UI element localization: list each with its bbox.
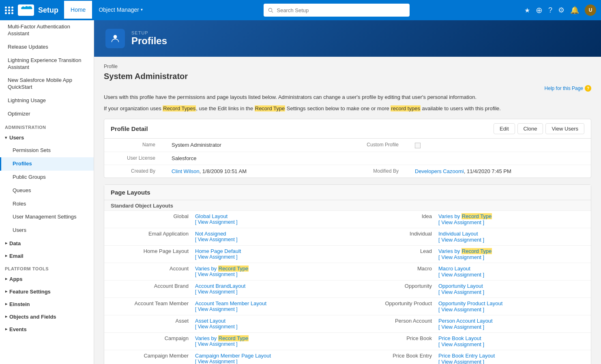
record-type-highlight-3: record types (391, 105, 421, 111)
email-view-assignment-link[interactable]: [ View Assignment ] (195, 237, 344, 242)
modified-by-link[interactable]: Developers Cazoomi (415, 168, 464, 174)
global-view-assignment-link[interactable]: [ View Assignment ] (195, 219, 344, 225)
price-book-entry-layout-link[interactable]: Price Book Entry Layout (438, 353, 588, 359)
sidebar-expand-feature-settings[interactable]: ▾ Feature Settings (0, 285, 94, 298)
layout-value-price-book-entry: Price Book Entry Layout [ View Assignmen… (435, 350, 591, 364)
app-title: Setup (38, 6, 58, 15)
notifications-icon[interactable]: 🔔 (570, 6, 579, 15)
idea-varies: Varies by Record Type (438, 213, 492, 219)
custom-profile-label: Custom Profile (354, 142, 399, 148)
layout-label-price-book-entry: Price Book Entry (348, 350, 435, 364)
tab-home[interactable]: Home (64, 1, 92, 20)
layout-value-opp-product: Opportunity Product Layout [ View Assign… (435, 298, 591, 315)
campaign-member-view-assignment-link[interactable]: [ View Assignment ] (195, 359, 344, 364)
sidebar-roles-label: Roles (13, 201, 26, 208)
sidebar-item-profiles[interactable]: Profiles (0, 157, 94, 171)
asset-view-assignment-link[interactable]: [ View Assignment ] (195, 324, 344, 330)
app-launcher-icon[interactable] (5, 6, 14, 14)
sidebar-expand-apps[interactable]: ▾ Apps (0, 273, 94, 285)
person-account-layout-link[interactable]: Person Account Layout (438, 318, 588, 324)
sidebar-item-mfa[interactable]: Multi-Factor Authentication Assistant (0, 20, 94, 41)
edit-button[interactable]: Edit (494, 123, 515, 134)
asset-layout-link[interactable]: Asset Layout (195, 318, 344, 324)
favorites-icon[interactable]: ★ (524, 6, 530, 14)
opportunity-view-assignment-link[interactable]: [ View Assignment ] (438, 289, 588, 295)
sidebar-expand-objects-fields[interactable]: ▾ Objects and Fields (0, 310, 94, 323)
main-tab-bar: Home Object Manager ▾ (64, 1, 149, 20)
price-book-layout-link[interactable]: Price Book Layout (438, 335, 588, 341)
page-layouts-card: Page Layouts Standard Object Layouts Glo… (104, 184, 591, 364)
price-book-entry-view-assignment-link[interactable]: [ View Assignment ] (438, 359, 588, 364)
account-view-assignment-link[interactable]: [ View Assignment ] (195, 272, 344, 277)
price-book-view-assignment-link[interactable]: [ View Assignment ] (438, 341, 588, 347)
view-users-button[interactable]: View Users (545, 123, 584, 134)
account-team-view-assignment-link[interactable]: [ View Assignment ] (195, 306, 344, 312)
sidebar-expand-einstein[interactable]: ▾ Einstein (0, 298, 94, 310)
lead-view-assignment-link[interactable]: [ View Assignment ] (438, 254, 588, 260)
individual-layout-link[interactable]: Individual Layout (438, 231, 588, 237)
detail-cell-empty (348, 152, 591, 165)
campaign-view-assignment-link[interactable]: [ View Assignment ] (195, 341, 344, 347)
sidebar-item-users[interactable]: Users (0, 224, 94, 237)
person-account-view-assignment-link[interactable]: [ View Assignment ] (438, 324, 588, 330)
sidebar-expand-events[interactable]: ▾ Events (0, 323, 94, 336)
sidebar-email-label: Email (9, 253, 24, 259)
sidebar-data-label: Data (9, 240, 21, 246)
macro-view-assignment-link[interactable]: [ View Assignment ] (438, 272, 588, 278)
profile-description-1: Users with this profile have the permiss… (104, 93, 591, 101)
opp-product-layout-link[interactable]: Opportunity Product Layout (438, 300, 588, 306)
account-brand-view-assignment-link[interactable]: [ View Assignment ] (195, 289, 344, 295)
opp-product-view-assignment-link[interactable]: [ View Assignment ] (438, 306, 588, 313)
search-input[interactable] (264, 4, 410, 17)
sidebar-item-public-groups[interactable]: Public Groups (0, 171, 94, 184)
opportunity-layout-link[interactable]: Opportunity Layout (438, 283, 588, 289)
layout-value-campaign-member: Campaign Member Page Layout [ View Assig… (192, 350, 348, 364)
record-type-account: Record Type (218, 266, 249, 272)
sidebar-item-user-mgmt[interactable]: User Management Settings (0, 210, 94, 224)
sidebar-item-lightning-transition[interactable]: Lightning Experience Transition Assistan… (0, 54, 94, 74)
sidebar-expand-data[interactable]: ▾ Data (0, 237, 94, 250)
layout-label-email-app: Email Application (104, 228, 192, 245)
sidebar-item-optimizer[interactable]: Optimizer (0, 107, 94, 121)
sidebar-queues-label: Queues (13, 187, 31, 194)
idea-view-assignment-link[interactable]: [ View Assignment ] (438, 219, 588, 225)
sidebar-expand-email[interactable]: ▾ Email (0, 250, 94, 262)
campaign-member-layout-link[interactable]: Campaign Member Page Layout (195, 353, 344, 359)
created-by-label: Created By (111, 168, 155, 174)
layout-label-person-account: Person Account (348, 315, 435, 332)
clone-button[interactable]: Clone (517, 123, 543, 134)
settings-icon[interactable]: ⚙ (558, 6, 565, 15)
help-icon[interactable]: ? (548, 6, 552, 15)
sidebar-apps-label: Apps (9, 276, 23, 282)
created-by-link[interactable]: Clint Wilson (172, 168, 200, 174)
sidebar-public-groups-label: Public Groups (13, 174, 46, 181)
card-title: Profile Detail (111, 125, 148, 132)
account-team-layout-link[interactable]: Account Team Member Layout (195, 300, 344, 306)
layout-value-asset: Asset Layout [ View Assignment ] (192, 315, 348, 332)
tab-object-manager[interactable]: Object Manager ▾ (92, 1, 149, 20)
sidebar-item-lightning-transition-label: Lightning Experience Transition Assistan… (8, 57, 89, 71)
sidebar-item-release-updates[interactable]: Release Updates (0, 41, 94, 54)
page-layouts-header: Page Layouts (104, 185, 591, 200)
global-layout-link[interactable]: Global Layout (195, 213, 344, 219)
sidebar-item-mobile-quickstart[interactable]: New Salesforce Mobile App QuickStart (0, 74, 94, 94)
home-page-default-link[interactable]: Home Page Default (195, 248, 344, 254)
layout-label-opp-product: Opportunity Product (348, 298, 435, 315)
sidebar-item-permission-sets[interactable]: Permission Sets (0, 144, 94, 157)
individual-view-assignment-link[interactable]: [ View Assignment ] (438, 237, 588, 243)
add-icon[interactable]: ⊕ (536, 5, 543, 15)
sidebar: Multi-Factor Authentication Assistant Re… (0, 20, 94, 364)
chevron-events-icon: ▾ (4, 328, 8, 330)
macro-layout-link[interactable]: Macro Layout (438, 266, 588, 272)
card-actions: Edit Clone View Users (494, 123, 584, 134)
account-brand-layout-link[interactable]: Account BrandLayout (195, 283, 344, 289)
help-for-page-link[interactable]: Help for this Page ? (545, 85, 591, 92)
page-title: Profiles (131, 35, 167, 47)
sidebar-item-queues[interactable]: Queues (0, 184, 94, 197)
sidebar-expand-users[interactable]: ▾ Users (0, 131, 94, 144)
sidebar-item-roles[interactable]: Roles (0, 197, 94, 211)
home-page-view-assignment-link[interactable]: [ View Assignment ] (195, 254, 344, 260)
sidebar-item-lightning-usage[interactable]: Lightning Usage (0, 94, 94, 107)
user-avatar[interactable]: U (585, 4, 596, 16)
layout-value-account-team: Account Team Member Layout [ View Assign… (192, 298, 348, 315)
